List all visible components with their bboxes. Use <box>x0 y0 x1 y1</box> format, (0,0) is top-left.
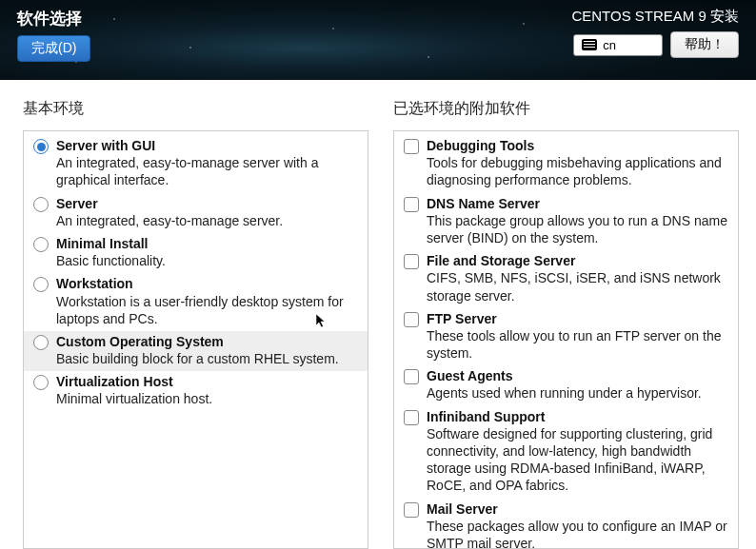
base-environment-list[interactable]: Server with GUIAn integrated, easy-to-ma… <box>23 130 368 549</box>
option-description: Basic functionality. <box>56 252 358 269</box>
addon-software-title: 已选环境的附加软件 <box>393 99 739 119</box>
header-controls: cn 帮助！ <box>573 31 739 58</box>
checkbox[interactable] <box>404 197 419 212</box>
option-text: ServerAn integrated, easy-to-manage serv… <box>56 195 358 229</box>
option-text: DNS Name ServerThis package group allows… <box>427 195 728 247</box>
radio-button[interactable] <box>33 197 49 212</box>
option-description: Workstation is a user-friendly desktop s… <box>56 293 358 327</box>
radio-button[interactable] <box>33 139 49 154</box>
keyboard-icon <box>582 39 597 50</box>
base-env-option[interactable]: Minimal InstallBasic functionality. <box>24 233 368 273</box>
content-area: 基本环境 Server with GUIAn integrated, easy-… <box>0 80 756 549</box>
option-description: Agents used when running under a hypervi… <box>427 384 728 402</box>
option-label: Virtualization Host <box>56 373 358 390</box>
base-environment-column: 基本环境 Server with GUIAn integrated, easy-… <box>23 99 368 549</box>
option-text: Minimal InstallBasic functionality. <box>56 235 358 269</box>
addon-option[interactable]: Debugging ToolsTools for debugging misbe… <box>394 135 738 193</box>
addon-option[interactable]: Infiniband SupportSoftware designed for … <box>394 406 738 499</box>
option-text: Debugging ToolsTools for debugging misbe… <box>427 137 728 189</box>
option-description: Basic building block for a custom RHEL s… <box>56 350 358 367</box>
done-button[interactable]: 完成(D) <box>17 35 90 62</box>
base-env-option[interactable]: ServerAn integrated, easy-to-manage serv… <box>24 193 368 233</box>
option-label: Server <box>56 195 358 212</box>
base-env-option[interactable]: Virtualization HostMinimal virtualizatio… <box>24 371 368 411</box>
radio-button[interactable] <box>33 277 49 292</box>
option-text: Guest AgentsAgents used when running und… <box>427 367 728 402</box>
checkbox[interactable] <box>404 369 419 384</box>
option-description: CIFS, SMB, NFS, iSCSI, iSER, and iSNS ne… <box>427 269 728 304</box>
option-label: Minimal Install <box>56 235 358 252</box>
option-description: These packages allow you to configure an… <box>427 518 728 549</box>
addon-option[interactable]: DNS Name ServerThis package group allows… <box>394 193 738 251</box>
option-label: Infiniband Support <box>427 408 728 425</box>
radio-button[interactable] <box>33 375 49 390</box>
addon-option[interactable]: Mail ServerThese packages allow you to c… <box>394 499 738 549</box>
option-text: FTP ServerThese tools allow you to run a… <box>427 310 728 363</box>
page-title: 软件选择 <box>17 8 90 29</box>
keyboard-layout-selector[interactable]: cn <box>573 34 663 56</box>
option-text: Infiniband SupportSoftware designed for … <box>427 408 728 495</box>
option-description: An integrated, easy-to-manage server wit… <box>56 154 358 188</box>
option-text: WorkstationWorkstation is a user-friendl… <box>56 275 358 327</box>
option-description: These tools allow you to run an FTP serv… <box>427 327 728 362</box>
base-environment-title: 基本环境 <box>23 99 368 119</box>
header-right: CENTOS STREAM 9 安装 cn 帮助！ <box>571 8 739 80</box>
option-label: Debugging Tools <box>427 137 728 154</box>
installer-header: 软件选择 完成(D) CENTOS STREAM 9 安装 cn 帮助！ <box>0 0 756 80</box>
checkbox[interactable] <box>404 139 419 154</box>
option-label: DNS Name Server <box>427 195 728 212</box>
base-env-option[interactable]: WorkstationWorkstation is a user-friendl… <box>24 273 368 331</box>
option-description: This package group allows you to run a D… <box>427 212 728 246</box>
header-left: 软件选择 完成(D) <box>17 8 90 80</box>
addon-option[interactable]: Guest AgentsAgents used when running und… <box>394 365 738 405</box>
option-label: Guest Agents <box>427 367 728 384</box>
option-text: Server with GUIAn integrated, easy-to-ma… <box>56 137 358 189</box>
checkbox[interactable] <box>404 410 419 425</box>
option-label: File and Storage Server <box>427 252 728 269</box>
option-text: Custom Operating SystemBasic building bl… <box>56 333 358 367</box>
option-description: Software designed for supporting cluster… <box>427 425 728 495</box>
option-text: Mail ServerThese packages allow you to c… <box>427 500 728 549</box>
help-button[interactable]: 帮助！ <box>670 31 739 58</box>
base-env-option[interactable]: Custom Operating SystemBasic building bl… <box>24 331 368 371</box>
radio-button[interactable] <box>33 335 49 350</box>
installer-title: CENTOS STREAM 9 安装 <box>571 8 739 26</box>
option-label: Mail Server <box>427 500 728 518</box>
option-label: FTP Server <box>427 310 728 327</box>
checkbox[interactable] <box>404 502 419 518</box>
option-description: Minimal virtualization host. <box>56 390 358 407</box>
checkbox[interactable] <box>404 312 419 327</box>
option-text: Virtualization HostMinimal virtualizatio… <box>56 373 358 407</box>
option-description: An integrated, easy-to-manage server. <box>56 212 358 229</box>
option-label: Server with GUI <box>56 137 358 154</box>
addon-option[interactable]: File and Storage ServerCIFS, SMB, NFS, i… <box>394 250 738 308</box>
addon-software-column: 已选环境的附加软件 Debugging ToolsTools for debug… <box>393 99 739 549</box>
option-label: Workstation <box>56 275 358 292</box>
addon-software-list[interactable]: Debugging ToolsTools for debugging misbe… <box>393 130 739 549</box>
base-env-option[interactable]: Server with GUIAn integrated, easy-to-ma… <box>24 135 368 193</box>
addon-option[interactable]: FTP ServerThese tools allow you to run a… <box>394 308 738 366</box>
option-description: Tools for debugging misbehaving applicat… <box>427 154 728 188</box>
checkbox[interactable] <box>404 254 419 269</box>
radio-button[interactable] <box>33 237 49 252</box>
option-text: File and Storage ServerCIFS, SMB, NFS, i… <box>427 252 728 304</box>
keyboard-layout-label: cn <box>603 38 616 52</box>
option-label: Custom Operating System <box>56 333 358 350</box>
